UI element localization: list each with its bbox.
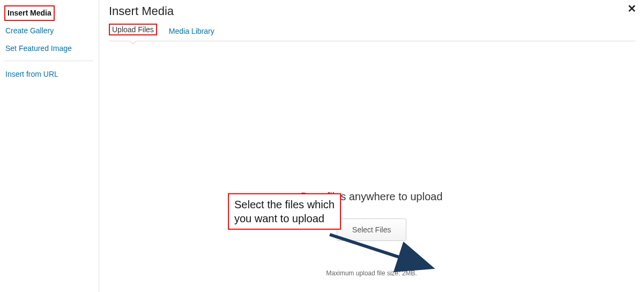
sidebar-item-create-gallery[interactable]: Create Gallery xyxy=(4,22,93,40)
annotation-callout: Select the files which you want to uploa… xyxy=(228,193,341,230)
tab-media-library[interactable]: Media Library xyxy=(167,24,217,41)
max-upload-size-text: Maximum upload file size: 2MB. xyxy=(326,269,417,277)
modal-title: Insert Media xyxy=(109,4,635,18)
upload-area[interactable]: Drop files anywhere to upload Select Fil… xyxy=(99,41,644,292)
sidebar-item-set-featured-image[interactable]: Set Featured Image xyxy=(4,40,93,57)
tab-upload-files[interactable]: Upload Files xyxy=(112,24,154,35)
select-files-button[interactable]: Select Files xyxy=(337,218,406,241)
tab-row: Upload Files Media Library xyxy=(109,24,635,41)
main-panel: Insert Media ✕ Upload Files Media Librar… xyxy=(99,0,644,292)
close-icon[interactable]: ✕ xyxy=(627,3,636,14)
sidebar-item-insert-media[interactable]: Insert Media xyxy=(8,8,51,19)
sidebar: Insert Media Create Gallery Set Featured… xyxy=(0,0,99,292)
sidebar-item-insert-from-url[interactable]: Insert from URL xyxy=(4,65,93,83)
sidebar-divider xyxy=(4,61,93,61)
